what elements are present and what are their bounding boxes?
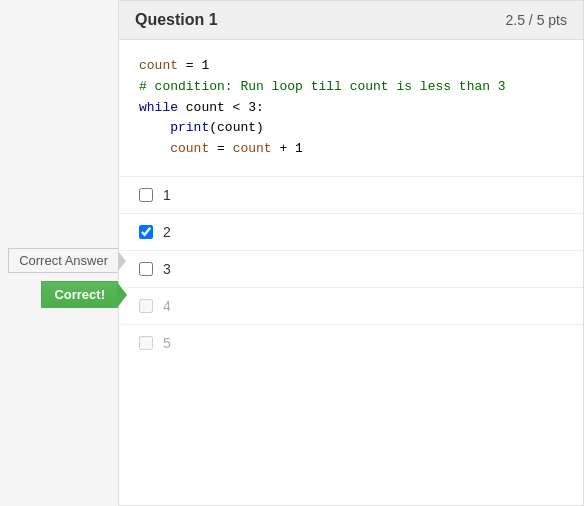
- checkbox-3[interactable]: [139, 262, 153, 276]
- checkbox-4: [139, 299, 153, 313]
- answer-option-2: 2: [119, 214, 583, 251]
- question-title: Question 1: [135, 11, 218, 29]
- option-label-3[interactable]: 3: [163, 261, 171, 277]
- left-sidebar: Correct Answer Correct!: [0, 0, 118, 506]
- option-label-1[interactable]: 1: [163, 187, 171, 203]
- option-label-2[interactable]: 2: [163, 224, 171, 240]
- question-header: Question 1 2.5 / 5 pts: [119, 1, 583, 40]
- code-func-print: print: [170, 120, 209, 135]
- answer-option-1: 1: [119, 177, 583, 214]
- code-var-count1: count: [139, 58, 178, 73]
- checkbox-5: [139, 336, 153, 350]
- answer-option-4: 4: [119, 288, 583, 325]
- code-line-2: # condition: Run loop till count is less…: [139, 77, 563, 98]
- code-line-4: print(count): [139, 118, 563, 139]
- answer-option-5: 5: [119, 325, 583, 361]
- correct-answer-text: Correct Answer: [19, 253, 108, 268]
- code-comment: # condition: Run loop till count is less…: [139, 79, 506, 94]
- correct-button[interactable]: Correct!: [41, 281, 118, 308]
- question-container: Question 1 2.5 / 5 pts count = 1 # condi…: [118, 0, 584, 506]
- answer-options: 1 2 3 4 5: [119, 177, 583, 361]
- correct-answer-label: Correct Answer: [8, 248, 118, 273]
- code-var-count3: count: [233, 141, 272, 156]
- code-line-1: count = 1: [139, 56, 563, 77]
- correct-button-label: Correct!: [54, 287, 105, 302]
- option-label-5: 5: [163, 335, 171, 351]
- code-line-5: count = count + 1: [139, 139, 563, 160]
- code-keyword-while: while: [139, 100, 178, 115]
- checkbox-2[interactable]: [139, 225, 153, 239]
- code-block: count = 1 # condition: Run loop till cou…: [119, 40, 583, 177]
- code-line-3: while count < 3:: [139, 98, 563, 119]
- checkbox-1[interactable]: [139, 188, 153, 202]
- code-var-count2: count: [170, 141, 209, 156]
- question-points: 2.5 / 5 pts: [506, 12, 567, 28]
- option-label-4: 4: [163, 298, 171, 314]
- answer-option-3: 3: [119, 251, 583, 288]
